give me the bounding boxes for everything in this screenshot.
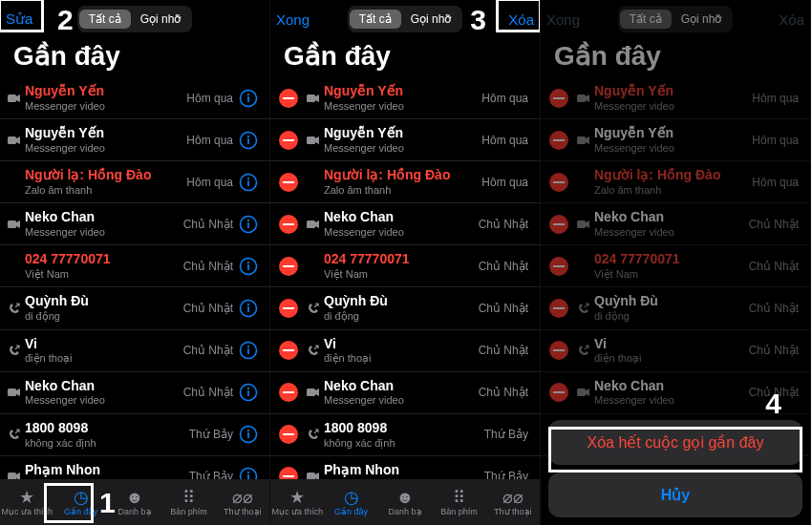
info-button[interactable] [239,425,258,444]
info-button[interactable] [239,173,258,192]
call-main: Neko ChanMessenger video [25,209,178,239]
call-row[interactable]: 024 77770071Việt NamChủ Nhật [270,245,540,287]
clear-all-recents-button[interactable]: Xóa hết cuộc gọi gần đây [548,420,802,465]
delete-row-button[interactable] [274,299,303,318]
segment-all[interactable]: Tất cả [350,10,401,29]
video-icon [4,388,25,397]
step-number-3: 3 [470,4,486,36]
minus-circle-icon [279,89,298,108]
delete-row-button[interactable] [274,89,303,108]
tab-label: Bàn phím [440,507,478,516]
delete-row-button[interactable] [274,173,303,192]
call-time: Chủ Nhật [183,344,233,357]
step-number-2: 2 [57,4,74,36]
call-main: Neko ChanMessenger video [25,378,178,408]
star-icon: ★ [289,489,305,506]
svg-point-6 [247,136,249,137]
video-icon [303,220,324,229]
call-filter-segmented[interactable]: Tất cả Gọi nhỡ [348,6,463,32]
minus-circle-icon [279,299,298,318]
info-button[interactable] [239,383,258,402]
star-icon: ★ [19,489,34,506]
tab-contacts[interactable]: ☻ Danh bạ [378,479,432,525]
tab-keypad[interactable]: ⠿ Bàn phím [161,479,215,525]
call-row[interactable]: Viđiện thoạiChủ Nhật [0,330,269,372]
segment-missed[interactable]: Gọi nhỡ [131,10,191,29]
delete-row-button[interactable] [274,341,303,360]
video-icon [4,94,25,103]
call-row[interactable]: Nguyễn YếnMessenger videoHôm qua [0,77,269,119]
done-button[interactable]: Xong [276,11,326,28]
call-time: Hôm qua [186,134,233,147]
person-icon: ☻ [126,489,144,506]
svg-rect-7 [247,138,249,144]
call-row[interactable]: Viđiện thoạiChủ Nhật [270,330,540,372]
clock-icon: ◷ [344,489,359,506]
info-button[interactable] [239,299,258,318]
call-time: Hôm qua [481,92,528,105]
tab-voicemail[interactable]: ⌀⌀ Thư thoại [486,479,540,525]
call-row[interactable]: Neko ChanMessenger videoChủ Nhật [270,372,540,414]
call-filter-segmented[interactable]: Tất cả Gọi nhỡ [77,6,193,32]
video-icon [4,220,25,229]
svg-rect-20 [247,306,249,312]
call-name: 1800 8098 [324,420,479,436]
info-button[interactable] [239,89,258,108]
call-source: Messenger video [25,99,181,113]
call-row[interactable]: 024 77770071Việt NamChủ Nhật [0,245,269,287]
delete-row-button[interactable] [274,215,303,234]
svg-point-19 [247,304,249,305]
call-time: Thứ Bảy [484,428,528,441]
svg-rect-30 [247,432,249,438]
tab-favorites[interactable]: ★ Mục ưa thích [0,479,53,525]
minus-circle-icon [279,341,298,360]
call-row[interactable]: Neko ChanMessenger videoChủ Nhật [0,203,269,245]
edit-button[interactable]: Sửa [6,10,55,28]
call-name: Neko Chan [25,378,178,394]
tab-contacts[interactable]: ☻ Danh bạ [108,479,161,525]
call-row[interactable]: Nguyễn YếnMessenger videoHôm qua [270,119,540,161]
outgoing-call-icon [303,345,324,356]
call-row[interactable]: Quỳnh Đùdi độngChủ Nhật [0,287,269,329]
delete-row-button[interactable] [274,257,303,276]
info-button[interactable] [239,131,258,150]
call-source: điện thoại [25,351,178,365]
tab-label: Gần đây [334,507,368,516]
info-button[interactable] [239,215,258,234]
svg-rect-11 [8,220,16,228]
tab-voicemail[interactable]: ⌀⌀ Thư thoại [216,479,269,525]
segment-all[interactable]: Tất cả [79,10,131,29]
delete-row-button[interactable] [274,425,303,444]
delete-row-button[interactable] [274,131,303,150]
call-row[interactable]: Nguyễn YếnMessenger videoHôm qua [0,119,269,161]
call-row[interactable]: 1800 8098không xác địnhThứ Bảy [0,414,269,456]
info-button[interactable] [239,341,258,360]
call-source: di động [25,309,178,323]
recents-list: Nguyễn YếnMessenger videoHôm quaNguyễn Y… [270,77,540,498]
call-row[interactable]: Neko ChanMessenger videoChủ Nhật [270,203,540,245]
info-button[interactable] [239,257,258,276]
call-row[interactable]: Người lạ: Hồng ĐàoZalo âm thanhHôm qua [270,161,540,203]
segment-missed[interactable]: Gọi nhỡ [401,10,461,29]
tab-recents[interactable]: ◷ Gần đây [324,479,377,525]
minus-circle-icon [279,173,298,192]
call-row[interactable]: Quỳnh Đùdi độngChủ Nhật [270,287,540,329]
svg-rect-3 [247,96,249,102]
tab-label: Thư thoại [224,507,262,516]
call-source: Messenger video [25,225,178,239]
call-row[interactable]: Người lạ: Hồng ĐàoZalo âm thanhHôm qua [0,161,269,203]
cancel-button[interactable]: Hủy [548,472,802,517]
call-row[interactable]: Neko ChanMessenger videoChủ Nhật [0,372,269,414]
delete-row-button[interactable] [274,383,303,402]
tab-keypad[interactable]: ⠿ Bàn phím [432,479,485,525]
action-sheet: Xóa hết cuộc gọi gần đây Hủy [548,420,802,517]
clear-button[interactable]: Xóa [484,11,534,28]
call-main: 024 77770071Việt Nam [25,251,178,281]
tab-favorites[interactable]: ★ Mục ưa thích [270,479,324,525]
svg-rect-0 [8,94,16,102]
svg-rect-24 [8,388,16,396]
call-row[interactable]: 1800 8098không xác địnhThứ Bảy [270,414,540,456]
call-row[interactable]: Nguyễn YếnMessenger videoHôm qua [270,77,540,119]
call-time: Chủ Nhật [183,218,233,231]
call-name: Vi [324,336,473,352]
